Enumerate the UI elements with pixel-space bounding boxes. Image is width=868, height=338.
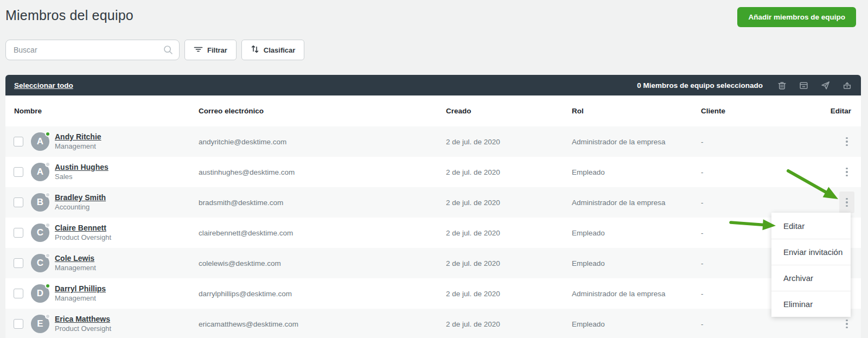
table-row: B Bradley Smith Accounting bradsmith@des… [5,187,861,218]
member-client: - [701,320,830,328]
member-name-link[interactable]: Claire Bennett [55,224,199,233]
search-input[interactable] [5,40,180,60]
table-header-row: NombreCorreo electrónicoCreadoRolCliente… [5,95,861,126]
filter-button[interactable]: Filtrar [184,40,237,60]
row-checkbox[interactable] [14,319,23,329]
selected-count-text: 0 Miembros de equipo seleccionado [637,81,763,90]
member-created-date: 2 de jul. de 2020 [446,138,572,146]
member-role: Empleado [572,320,701,328]
member-name-link[interactable]: Bradley Smith [55,193,199,202]
row-menu-button[interactable] [839,161,854,183]
row-context-menu: EditarEnviar invitaciónArchivarEliminar [771,213,851,317]
kebab-dot [846,201,848,203]
table-body: A Andy Ritchie Management andyritchie@de… [5,126,861,338]
kebab-dot [846,175,848,177]
search-field [5,40,180,60]
column-header: Creado [446,107,572,115]
avatar-initial: C [37,258,43,269]
member-email: bradsmith@desktime.com [199,199,446,207]
row-checkbox[interactable] [14,167,23,177]
member-team-label: Management [55,294,199,303]
member-name-link[interactable]: Erica Matthews [55,315,199,324]
member-email: clairebennett@desktime.com [199,229,446,237]
select-all-link[interactable]: Seleccionar todo [14,81,73,90]
selection-bar-actions: 0 Miembros de equipo seleccionado [637,80,852,91]
avatar-initial: C [37,227,43,238]
member-created-date: 2 de jul. de 2020 [446,259,572,267]
kebab-dot [846,205,848,207]
table-row: C Claire Bennett Product Oversight clair… [5,218,861,248]
search-icon [163,44,174,58]
member-role: Empleado [572,229,701,237]
team-members-page: Miembros del equipo Añadir miembros de e… [0,0,868,338]
status-dot [45,131,50,137]
member-role: Administrador de la empresa [572,290,701,298]
column-header: Editar [830,107,861,115]
column-header: Cliente [701,107,830,115]
add-team-members-button[interactable]: Añadir miembros de equipo [737,7,856,27]
member-created-date: 2 de jul. de 2020 [446,320,572,328]
archive-icon[interactable] [799,80,809,91]
avatar: A [31,132,49,151]
table-row: D Darryl Phillips Management darrylphill… [5,278,861,309]
selected-count-label: Miembros de equipo seleccionado [643,81,763,90]
filter-icon [194,46,203,55]
status-dot [45,162,50,167]
avatar-initial: A [37,167,43,177]
member-client: - [701,199,830,207]
table-row: A Austin Hughes Sales austinhughes@deskt… [5,157,861,187]
kebab-dot [846,323,848,325]
member-name-link[interactable]: Andy Ritchie [55,132,199,142]
member-email: austinhughes@desktime.com [199,168,446,176]
kebab-dot [846,320,848,322]
member-name-link[interactable]: Cole Lewis [55,254,199,263]
row-checkbox[interactable] [14,228,23,238]
context-menu-item[interactable]: Enviar invitación [771,239,851,265]
member-client: - [701,138,830,146]
trash-icon[interactable] [777,80,787,91]
row-checkbox[interactable] [14,258,23,268]
member-team-label: Accounting [55,203,199,212]
avatar-initial: E [37,318,43,329]
member-team-label: Management [55,142,199,151]
table-row: E Erica Matthews Product Oversight erica… [5,309,861,338]
context-menu-item[interactable]: Editar [771,213,851,239]
member-name-link[interactable]: Austin Hughes [55,163,199,172]
avatar-initial: B [37,197,43,208]
row-checkbox[interactable] [14,137,23,146]
status-dot [45,222,50,228]
toolbar: Filtrar Clasificar [5,40,304,60]
member-role: Empleado [572,259,701,267]
member-role: Empleado [572,168,701,176]
status-dot [45,253,50,258]
table-panel: Seleccionar todo 0 Miembros de equipo se… [5,75,861,338]
row-checkbox[interactable] [14,197,23,207]
send-icon[interactable] [820,80,831,91]
member-created-date: 2 de jul. de 2020 [446,168,572,176]
filter-button-label: Filtrar [207,46,227,54]
column-header: Correo electrónico [199,107,446,115]
member-name-link[interactable]: Darryl Phillips [55,284,199,294]
member-email: darrylphillips@desktime.com [199,290,446,298]
avatar: C [31,254,49,272]
member-created-date: 2 de jul. de 2020 [446,290,572,298]
sort-button[interactable]: Clasificar [241,40,305,60]
row-checkbox[interactable] [14,289,23,298]
kebab-dot [846,171,848,173]
unarchive-icon[interactable] [842,80,852,91]
avatar: C [31,224,49,242]
member-created-date: 2 de jul. de 2020 [446,229,572,237]
status-dot [45,192,50,197]
sort-icon [251,44,259,55]
status-dot [45,283,50,289]
row-menu-button[interactable] [839,131,854,152]
avatar-initial: A [37,136,43,147]
member-role: Administrador de la empresa [572,138,701,146]
context-menu-item[interactable]: Archivar [771,265,851,291]
kebab-dot [846,144,848,146]
avatar: E [31,315,49,333]
member-team-label: Management [55,264,199,272]
row-menu-button[interactable] [839,192,854,213]
context-menu-item[interactable]: Eliminar [771,291,851,317]
member-email: ericamatthews@desktime.com [199,320,446,328]
